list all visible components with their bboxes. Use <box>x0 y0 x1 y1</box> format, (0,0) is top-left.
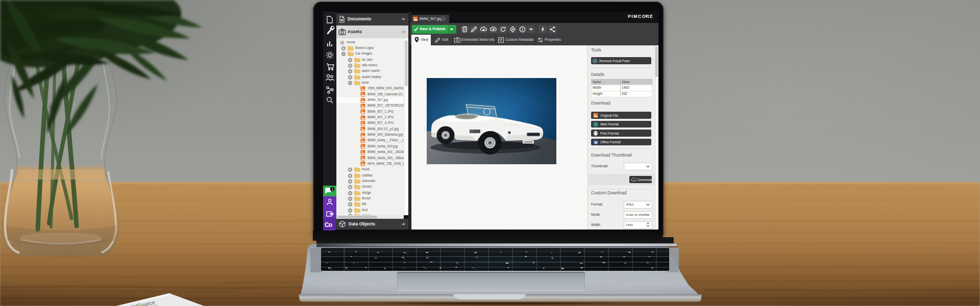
svg-text:Co: Co <box>325 221 332 228</box>
svg-text:W: W <box>594 140 598 144</box>
svg-text:1: 1 <box>332 188 334 191</box>
